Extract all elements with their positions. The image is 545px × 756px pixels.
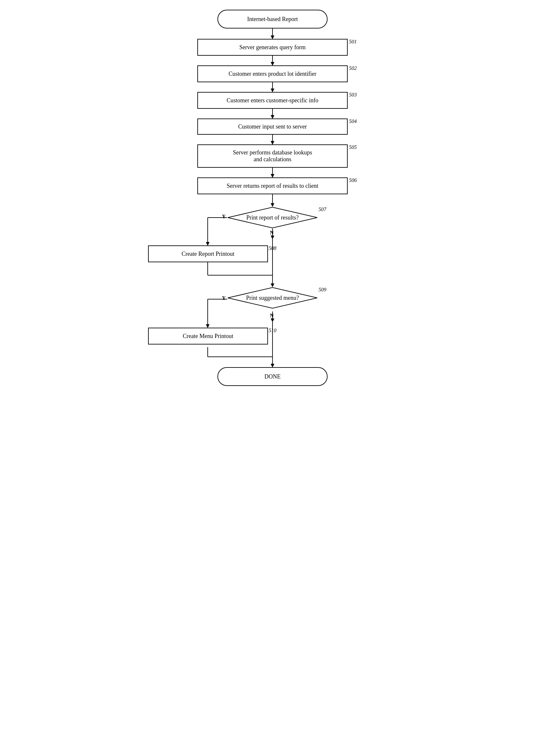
diamond-507-y-label: Y [222,214,226,220]
step-503-label: Customer enters customer-specific info [226,97,318,104]
start-oval: Internet-based Report [217,10,328,28]
step-508-num: 508 [268,245,277,251]
step-503-num: 503 [349,92,357,98]
diamond-507-n-label: N [270,230,274,236]
svg-marker-3 [271,62,274,65]
step-505-label-1: Server performs database lookups [233,149,312,156]
svg-marker-18 [206,242,209,245]
step-502-num: 502 [349,65,357,71]
step-507-num: 507 [319,207,326,212]
svg-marker-23 [271,284,274,287]
svg-marker-7 [271,115,274,118]
step-506-num: 506 [349,177,357,183]
svg-marker-1 [271,36,274,39]
step-501-label: Server generates query form [239,44,306,51]
step-502-label: Customer enters product lot identifier [229,71,317,77]
step-508-label: Create Report Printout [182,251,234,257]
step-501-num: 501 [349,39,357,45]
step-510-num: 510 [268,328,277,333]
diamond-509: Print suggested menu? [227,287,318,309]
diamond-507-label: Print report of results? [240,214,305,221]
step-504-num: 504 [349,118,357,124]
diamond-509-n-label: N [270,313,274,319]
svg-marker-28 [206,324,209,328]
step-506-label: Server returns report of results to clie… [227,183,319,189]
step-509-num: 509 [319,287,326,293]
flowchart-diagram: Internet-based Report Server generates q… [136,6,409,384]
diamond-509-label: Print suggested menu? [240,295,305,301]
diamond-507: Print report of results? [227,207,318,229]
svg-marker-33 [271,364,274,367]
done-label: DONE [264,373,281,380]
step-510-rect: Create Menu Printout [148,328,268,344]
svg-marker-25 [271,319,274,322]
svg-marker-15 [271,236,274,239]
step-505-num: 505 [349,144,357,150]
step-504-rect: Customer input sent to server [197,118,348,135]
svg-marker-9 [271,141,274,144]
step-503-rect: Customer enters customer-specific info [197,92,348,109]
start-label: Internet-based Report [247,16,298,23]
svg-marker-5 [271,89,274,92]
step-505-rect: Server performs database lookups and cal… [197,144,348,168]
diamond-509-y-label: Y [222,295,226,301]
svg-marker-13 [271,203,274,207]
step-510-label: Create Menu Printout [183,333,233,340]
svg-marker-11 [271,174,274,177]
step-502-rect: Customer enters product lot identifier [197,65,348,82]
step-505-label-2: and calculations [254,156,291,163]
step-508-rect: Create Report Printout [148,245,268,262]
done-oval: DONE [217,367,328,386]
step-501-rect: Server generates query form [197,39,348,56]
step-504-label: Customer input sent to server [238,123,307,130]
step-506-rect: Server returns report of results to clie… [197,177,348,194]
